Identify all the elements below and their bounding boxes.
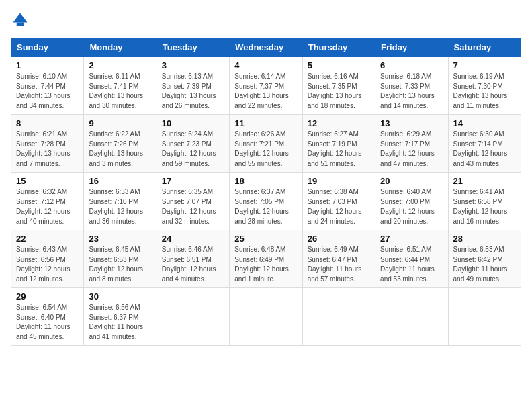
day-detail: Sunrise: 6:46 AMSunset: 6:51 PMDaylight:…	[162, 245, 224, 284]
calendar-cell: 19Sunrise: 6:38 AMSunset: 7:03 PMDayligh…	[302, 173, 375, 230]
calendar-cell: 18Sunrise: 6:37 AMSunset: 7:05 PMDayligh…	[230, 173, 302, 230]
day-number: 27	[380, 234, 443, 244]
day-number: 21	[453, 176, 516, 186]
day-detail: Sunrise: 6:32 AMSunset: 7:12 PMDaylight:…	[16, 187, 79, 226]
calendar-cell	[230, 288, 302, 346]
calendar-cell: 15Sunrise: 6:32 AMSunset: 7:12 PMDayligh…	[11, 173, 84, 230]
weekday-header-saturday: Saturday	[448, 38, 521, 57]
day-detail: Sunrise: 6:35 AMSunset: 7:07 PMDaylight:…	[162, 187, 224, 226]
day-detail: Sunrise: 6:29 AMSunset: 7:17 PMDaylight:…	[380, 130, 443, 169]
svg-rect-1	[17, 23, 24, 26]
calendar-cell: 22Sunrise: 6:43 AMSunset: 6:56 PMDayligh…	[11, 230, 84, 288]
calendar-cell: 2Sunrise: 6:11 AMSunset: 7:41 PMDaylight…	[84, 57, 157, 115]
day-number: 28	[453, 234, 516, 244]
day-number: 2	[89, 60, 151, 71]
day-detail: Sunrise: 6:11 AMSunset: 7:41 PMDaylight:…	[89, 72, 151, 111]
day-detail: Sunrise: 6:33 AMSunset: 7:10 PMDaylight:…	[89, 187, 151, 226]
day-number: 20	[380, 176, 443, 186]
calendar-cell: 20Sunrise: 6:40 AMSunset: 7:00 PMDayligh…	[375, 173, 448, 230]
weekday-header-sunday: Sunday	[11, 38, 84, 57]
day-detail: Sunrise: 6:37 AMSunset: 7:05 PMDaylight:…	[234, 187, 297, 226]
day-number: 7	[453, 60, 516, 71]
calendar-cell: 28Sunrise: 6:53 AMSunset: 6:42 PMDayligh…	[448, 230, 521, 288]
day-number: 12	[308, 118, 370, 128]
day-number: 22	[16, 234, 79, 244]
day-detail: Sunrise: 6:48 AMSunset: 6:49 PMDaylight:…	[234, 245, 297, 284]
day-number: 14	[453, 118, 516, 128]
calendar-cell	[157, 288, 229, 346]
weekday-header-wednesday: Wednesday	[230, 38, 302, 57]
day-number: 10	[162, 118, 224, 128]
day-detail: Sunrise: 6:21 AMSunset: 7:28 PMDaylight:…	[16, 130, 79, 169]
logo-icon	[11, 11, 30, 30]
calendar-table: SundayMondayTuesdayWednesdayThursdayFrid…	[11, 38, 521, 346]
day-detail: Sunrise: 6:27 AMSunset: 7:19 PMDaylight:…	[308, 130, 370, 169]
day-number: 15	[16, 176, 79, 186]
page-header	[11, 11, 521, 30]
day-detail: Sunrise: 6:24 AMSunset: 7:23 PMDaylight:…	[162, 130, 224, 169]
calendar-cell: 13Sunrise: 6:29 AMSunset: 7:17 PMDayligh…	[375, 115, 448, 173]
day-detail: Sunrise: 6:43 AMSunset: 6:56 PMDaylight:…	[16, 245, 79, 284]
calendar-cell: 26Sunrise: 6:49 AMSunset: 6:47 PMDayligh…	[302, 230, 375, 288]
calendar-cell: 23Sunrise: 6:45 AMSunset: 6:53 PMDayligh…	[84, 230, 157, 288]
calendar-cell: 11Sunrise: 6:26 AMSunset: 7:21 PMDayligh…	[230, 115, 302, 173]
day-detail: Sunrise: 6:16 AMSunset: 7:35 PMDaylight:…	[308, 72, 370, 111]
calendar-cell: 6Sunrise: 6:18 AMSunset: 7:33 PMDaylight…	[375, 57, 448, 115]
calendar-cell: 30Sunrise: 6:56 AMSunset: 6:37 PMDayligh…	[84, 288, 157, 346]
calendar-cell: 12Sunrise: 6:27 AMSunset: 7:19 PMDayligh…	[302, 115, 375, 173]
weekday-header-tuesday: Tuesday	[157, 38, 229, 57]
calendar-cell: 5Sunrise: 6:16 AMSunset: 7:35 PMDaylight…	[302, 57, 375, 115]
day-number: 13	[380, 118, 443, 128]
day-number: 8	[16, 118, 79, 128]
calendar-cell: 16Sunrise: 6:33 AMSunset: 7:10 PMDayligh…	[84, 173, 157, 230]
day-detail: Sunrise: 6:14 AMSunset: 7:37 PMDaylight:…	[234, 72, 297, 111]
calendar-cell: 24Sunrise: 6:46 AMSunset: 6:51 PMDayligh…	[157, 230, 229, 288]
day-detail: Sunrise: 6:45 AMSunset: 6:53 PMDaylight:…	[89, 245, 151, 284]
day-detail: Sunrise: 6:38 AMSunset: 7:03 PMDaylight:…	[308, 187, 370, 226]
calendar-cell: 27Sunrise: 6:51 AMSunset: 6:44 PMDayligh…	[375, 230, 448, 288]
day-detail: Sunrise: 6:30 AMSunset: 7:14 PMDaylight:…	[453, 130, 516, 169]
calendar-cell: 25Sunrise: 6:48 AMSunset: 6:49 PMDayligh…	[230, 230, 302, 288]
day-detail: Sunrise: 6:18 AMSunset: 7:33 PMDaylight:…	[380, 72, 443, 111]
calendar-cell: 29Sunrise: 6:54 AMSunset: 6:40 PMDayligh…	[11, 288, 84, 346]
day-number: 3	[162, 60, 224, 71]
calendar-cell: 4Sunrise: 6:14 AMSunset: 7:37 PMDaylight…	[230, 57, 302, 115]
day-number: 11	[234, 118, 297, 128]
svg-marker-0	[13, 13, 28, 23]
calendar-cell: 7Sunrise: 6:19 AMSunset: 7:30 PMDaylight…	[448, 57, 521, 115]
calendar-week-1: 1Sunrise: 6:10 AMSunset: 7:44 PMDaylight…	[11, 57, 521, 115]
weekday-header-friday: Friday	[375, 38, 448, 57]
day-detail: Sunrise: 6:54 AMSunset: 6:40 PMDaylight:…	[16, 303, 79, 342]
day-detail: Sunrise: 6:19 AMSunset: 7:30 PMDaylight:…	[453, 72, 516, 111]
calendar-week-2: 8Sunrise: 6:21 AMSunset: 7:28 PMDaylight…	[11, 115, 521, 173]
day-detail: Sunrise: 6:40 AMSunset: 7:00 PMDaylight:…	[380, 187, 443, 226]
day-detail: Sunrise: 6:51 AMSunset: 6:44 PMDaylight:…	[380, 245, 443, 284]
day-number: 9	[89, 118, 151, 128]
calendar-cell: 10Sunrise: 6:24 AMSunset: 7:23 PMDayligh…	[157, 115, 229, 173]
day-detail: Sunrise: 6:56 AMSunset: 6:37 PMDaylight:…	[89, 303, 151, 342]
day-number: 6	[380, 60, 443, 71]
calendar-cell: 3Sunrise: 6:13 AMSunset: 7:39 PMDaylight…	[157, 57, 229, 115]
day-number: 24	[162, 234, 224, 244]
day-number: 18	[234, 176, 297, 186]
day-number: 30	[89, 291, 151, 302]
day-number: 25	[234, 234, 297, 244]
logo	[11, 11, 32, 30]
day-number: 16	[89, 176, 151, 186]
day-detail: Sunrise: 6:10 AMSunset: 7:44 PMDaylight:…	[16, 72, 79, 111]
calendar-week-5: 29Sunrise: 6:54 AMSunset: 6:40 PMDayligh…	[11, 288, 521, 346]
calendar-cell	[302, 288, 375, 346]
day-detail: Sunrise: 6:13 AMSunset: 7:39 PMDaylight:…	[162, 72, 224, 111]
day-number: 4	[234, 60, 297, 71]
calendar-cell: 14Sunrise: 6:30 AMSunset: 7:14 PMDayligh…	[448, 115, 521, 173]
calendar-week-3: 15Sunrise: 6:32 AMSunset: 7:12 PMDayligh…	[11, 173, 521, 230]
calendar-cell: 9Sunrise: 6:22 AMSunset: 7:26 PMDaylight…	[84, 115, 157, 173]
calendar-cell: 1Sunrise: 6:10 AMSunset: 7:44 PMDaylight…	[11, 57, 84, 115]
weekday-header-thursday: Thursday	[302, 38, 375, 57]
day-detail: Sunrise: 6:26 AMSunset: 7:21 PMDaylight:…	[234, 130, 297, 169]
day-number: 29	[16, 291, 79, 302]
day-detail: Sunrise: 6:41 AMSunset: 6:58 PMDaylight:…	[453, 187, 516, 226]
day-detail: Sunrise: 6:49 AMSunset: 6:47 PMDaylight:…	[308, 245, 370, 284]
day-number: 26	[308, 234, 370, 244]
calendar-cell: 8Sunrise: 6:21 AMSunset: 7:28 PMDaylight…	[11, 115, 84, 173]
